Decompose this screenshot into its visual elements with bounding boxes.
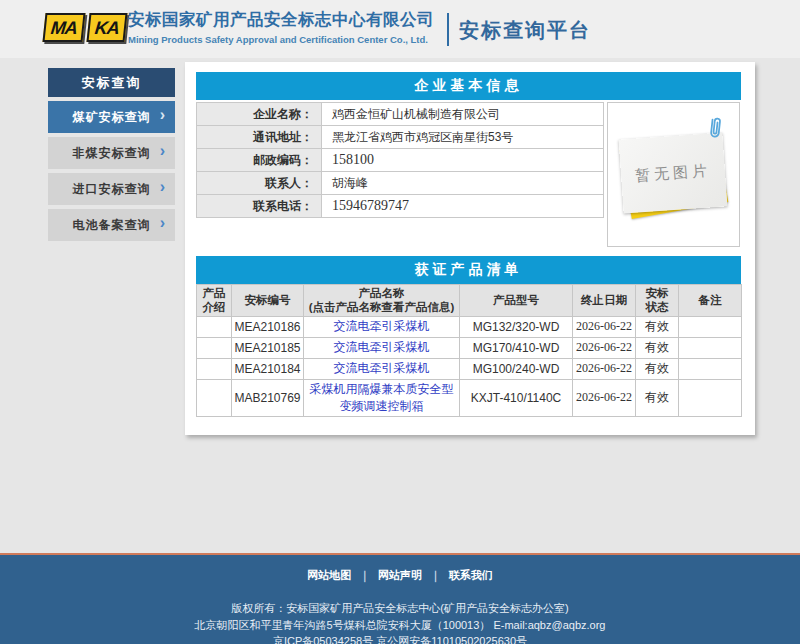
enterprise-table: 企业名称： 鸡西金恒矿山机械制造有限公司 通讯地址： 黑龙江省鸡西市鸡冠区南星街… — [196, 102, 604, 218]
sidebar-header: 安标查询 — [48, 68, 175, 97]
table-row: 企业名称： 鸡西金恒矿山机械制造有限公司 — [196, 103, 604, 126]
footer-address: 北京朝阳区和平里青年沟路5号煤科总院安科大厦（100013） E-mail:aq… — [0, 617, 800, 634]
footer-link-sitemap[interactable]: 网站地图 — [307, 569, 351, 581]
col-product-name: 产品名称 (点击产品名称查看产品信息) — [304, 285, 460, 317]
phone-value: 15946789747 — [322, 195, 603, 217]
cell-model: MG132/320-WD — [460, 316, 573, 337]
paperclip-icon — [706, 114, 723, 141]
sidebar-item-coal-query[interactable]: 煤矿安标查询 › — [48, 101, 175, 133]
cell-note — [679, 316, 742, 337]
cell-product-name: 交流电牵引采煤机 — [304, 337, 460, 358]
cell-end-date: 2026-06-22 — [573, 379, 636, 416]
maka-logo[interactable]: MA KA — [44, 13, 126, 42]
enterprise-content: 企业名称： 鸡西金恒矿山机械制造有限公司 通讯地址： 黑龙江省鸡西市鸡冠区南星街… — [196, 102, 741, 248]
sidebar-item-import-query[interactable]: 进口安标查询 › — [48, 173, 175, 205]
org-title: 安标国家矿用产品安全标志中心有限公司 — [128, 9, 434, 31]
footer-icp: 京ICP备05034258号 京公网安备11010502025630号 — [0, 633, 800, 644]
col-cert-status: 安标 状态 — [636, 285, 679, 317]
main-panel: 企业基本信息 企业名称： 鸡西金恒矿山机械制造有限公司 通讯地址： 黑龙江省鸡西… — [185, 62, 755, 435]
chevron-right-icon: › — [160, 143, 166, 159]
cell-model: KXJT-410/1140C — [460, 379, 573, 416]
enterprise-section: 企业基本信息 企业名称： 鸡西金恒矿山机械制造有限公司 通讯地址： 黑龙江省鸡西… — [196, 72, 741, 248]
sidebar: 安标查询 煤矿安标查询 › 非煤安标查询 › 进口安标查询 › 电池备案查询 › — [48, 68, 175, 241]
enterprise-section-title: 企业基本信息 — [196, 72, 741, 100]
product-name-link[interactable]: 交流电牵引采煤机 — [334, 319, 430, 333]
footer-link-statement[interactable]: 网站声明 — [378, 569, 422, 581]
col-cert-number: 安标编号 — [232, 285, 304, 317]
cell-note — [679, 358, 742, 379]
sidebar-item-label: 进口安标查询 — [73, 181, 151, 198]
products-table: 产品 介绍 安标编号 产品名称 (点击产品名称查看产品信息) 产品型号 终止日期… — [196, 284, 742, 417]
cell-status: 有效 — [636, 379, 679, 416]
page-root: MA KA 安标国家矿用产品安全标志中心有限公司 Mining Products… — [0, 0, 800, 644]
platform-title: 安标查询平台 — [459, 17, 591, 44]
cell-note — [679, 379, 742, 416]
products-section: 获证产品清单 产品 介绍 安标编号 产品名称 (点击产品名称查看产品信息) 产品… — [196, 256, 741, 417]
table-row: MAB210769 采煤机用隔爆兼本质安全型变频调速控制箱 KXJT-410/1… — [197, 379, 742, 416]
footer-copyright: 版权所有：安标国家矿用产品安全标志中心(矿用产品安全标志办公室) — [0, 600, 800, 617]
phone-label: 联系电话： — [197, 195, 322, 217]
company-name-value: 鸡西金恒矿山机械制造有限公司 — [322, 103, 603, 125]
cell-model: MG100/240-WD — [460, 358, 573, 379]
table-row: MEA210186 交流电牵引采煤机 MG132/320-WD 2026-06-… — [197, 316, 742, 337]
cell-cert-number: MEA210185 — [232, 337, 304, 358]
postal-code-value: 158100 — [322, 149, 603, 171]
col-end-date: 终止日期 — [573, 285, 636, 317]
sidebar-item-noncoal-query[interactable]: 非煤安标查询 › — [48, 137, 175, 169]
footer: 网站地图｜网站声明｜联系我们 版权所有：安标国家矿用产品安全标志中心(矿用产品安… — [0, 553, 800, 644]
chevron-right-icon: › — [160, 179, 166, 195]
products-section-title: 获证产品清单 — [196, 256, 741, 284]
cell-intro — [197, 358, 232, 379]
cell-note — [679, 337, 742, 358]
cell-intro — [197, 337, 232, 358]
chevron-right-icon: › — [160, 215, 166, 231]
cell-end-date: 2026-06-22 — [573, 316, 636, 337]
col-product-model: 产品型号 — [460, 285, 573, 317]
cell-intro — [197, 316, 232, 337]
cell-cert-number: MAB210769 — [232, 379, 304, 416]
footer-link-separator: ｜ — [359, 569, 370, 581]
cell-status: 有效 — [636, 316, 679, 337]
sidebar-item-label: 电池备案查询 — [73, 217, 151, 234]
sidebar-item-label: 煤矿安标查询 — [73, 109, 151, 126]
sidebar-item-battery-query[interactable]: 电池备案查询 › — [48, 209, 175, 241]
product-name-link[interactable]: 采煤机用隔爆兼本质安全型变频调速控制箱 — [310, 382, 454, 413]
table-row: MEA210184 交流电牵引采煤机 MG100/240-WD 2026-06-… — [197, 358, 742, 379]
org-subtitle: Mining Products Safety Approval and Cert… — [128, 34, 434, 45]
col-note: 备注 — [679, 285, 742, 317]
address-label: 通讯地址： — [197, 126, 322, 148]
no-image-text: 暂无图片 — [634, 161, 711, 185]
cell-model: MG170/410-WD — [460, 337, 573, 358]
cell-intro — [197, 379, 232, 416]
sidebar-item-label: 非煤安标查询 — [73, 145, 151, 162]
top-header: MA KA 安标国家矿用产品安全标志中心有限公司 Mining Products… — [0, 0, 800, 58]
table-row: 联系人： 胡海峰 — [196, 172, 604, 195]
logo-block-ma: MA — [42, 13, 85, 42]
chevron-right-icon: › — [160, 107, 166, 123]
footer-link-separator: ｜ — [430, 569, 441, 581]
table-row: MEA210185 交流电牵引采煤机 MG170/410-WD 2026-06-… — [197, 337, 742, 358]
address-value: 黑龙江省鸡西市鸡冠区南星街53号 — [322, 126, 603, 148]
footer-links: 网站地图｜网站声明｜联系我们 — [0, 568, 800, 583]
product-name-link[interactable]: 交流电牵引采煤机 — [334, 361, 430, 375]
cell-cert-number: MEA210186 — [232, 316, 304, 337]
product-name-link[interactable]: 交流电牵引采煤机 — [334, 340, 430, 354]
cell-product-name: 采煤机用隔爆兼本质安全型变频调速控制箱 — [304, 379, 460, 416]
cell-status: 有效 — [636, 337, 679, 358]
cell-product-name: 交流电牵引采煤机 — [304, 316, 460, 337]
footer-link-contact[interactable]: 联系我们 — [449, 569, 493, 581]
company-name-label: 企业名称： — [197, 103, 322, 125]
table-row: 邮政编码： 158100 — [196, 149, 604, 172]
cell-status: 有效 — [636, 358, 679, 379]
cell-end-date: 2026-06-22 — [573, 358, 636, 379]
col-product-intro: 产品 介绍 — [197, 285, 232, 317]
no-image-note: 暂无图片 — [619, 132, 728, 213]
cell-end-date: 2026-06-22 — [573, 337, 636, 358]
postal-code-label: 邮政编码： — [197, 149, 322, 171]
cell-product-name: 交流电牵引采煤机 — [304, 358, 460, 379]
org-title-block: 安标国家矿用产品安全标志中心有限公司 Mining Products Safet… — [128, 9, 434, 45]
contact-person-label: 联系人： — [197, 172, 322, 194]
logo-block-ka: KA — [86, 13, 127, 42]
table-row: 通讯地址： 黑龙江省鸡西市鸡冠区南星街53号 — [196, 126, 604, 149]
company-photo-placeholder: 暂无图片 — [607, 102, 740, 247]
